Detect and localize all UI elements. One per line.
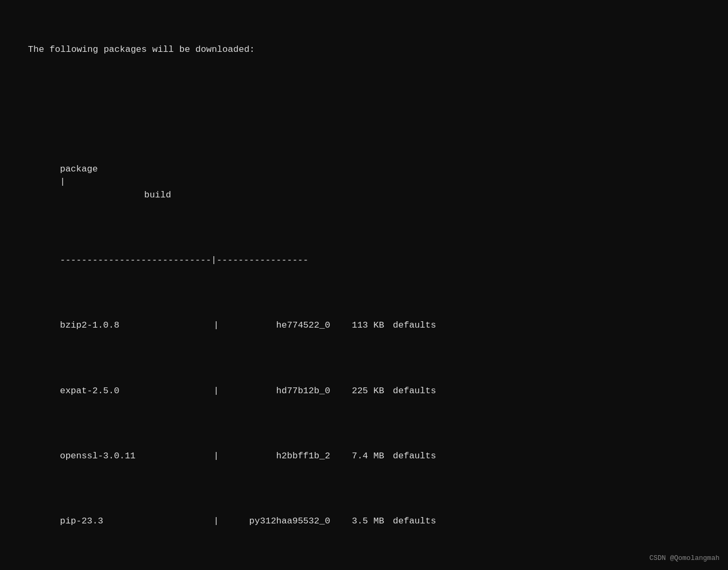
build-header: | bbox=[60, 176, 70, 189]
packages-table: package | build ------------------------… bbox=[28, 124, 722, 570]
pkg-header: package bbox=[60, 163, 213, 176]
download-header-line: The following packages will be downloade… bbox=[6, 30, 722, 69]
build-header-label: build bbox=[60, 189, 171, 202]
table-divider-top: ----------------------------|-----------… bbox=[28, 241, 722, 281]
terminal-output: The following packages will be downloade… bbox=[6, 4, 722, 570]
pkg-row-expat: expat-2.5.0| hd77b12b_0 225 KB defaults bbox=[28, 372, 722, 411]
watermark-text: CSDN @Qomolangmah bbox=[649, 554, 720, 564]
divider-text: ----------------------------|-----------… bbox=[60, 255, 308, 265]
download-header-text: The following packages will be downloade… bbox=[28, 44, 255, 55]
pkg-row-bzip2: bzip2-1.0.8| he774522_0 113 KB defaults bbox=[28, 306, 722, 346]
pkg-row-python: python-3.12.0| h1d929f7_0 16.2 MB defaul… bbox=[28, 567, 722, 570]
pkg-row-pip: pip-23.3| py312haa95532_0 3.5 MB default… bbox=[28, 502, 722, 541]
table-header-row: package | build bbox=[28, 150, 722, 215]
pkg-row-openssl: openssl-3.0.11| h2bbff1b_2 7.4 MB defaul… bbox=[28, 437, 722, 476]
